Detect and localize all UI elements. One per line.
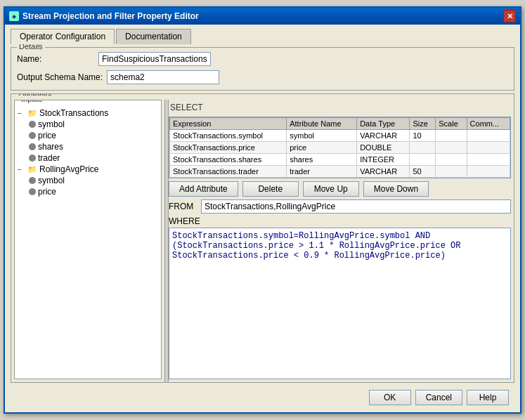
table-cell <box>436 130 467 142</box>
tree-item-symbol-2[interactable]: symbol <box>27 175 158 186</box>
tree-item-symbol-1[interactable]: symbol <box>27 119 158 130</box>
bullet-icon <box>29 155 36 162</box>
table-cell <box>467 142 510 154</box>
tab-operator-configuration[interactable]: Operator Configuration <box>11 29 115 44</box>
expander-stock: − <box>18 110 27 117</box>
table-cell: 50 <box>410 166 436 178</box>
tree-label-trader: trader <box>38 153 60 163</box>
tree-label-stock: StockTransactions <box>39 108 108 118</box>
table-cell: price <box>287 142 357 154</box>
col-scale: Scale <box>436 118 467 130</box>
help-button[interactable]: Help <box>467 390 509 405</box>
from-input[interactable] <box>201 199 511 214</box>
data-table: Expression Attribute Name Data Type Size… <box>169 117 510 178</box>
where-section: WHERE <box>169 216 511 379</box>
table-cell <box>436 166 467 178</box>
tab-documentation[interactable]: Documentation <box>116 29 191 44</box>
table-cell: trader <box>287 166 357 178</box>
main-window: ◈ Stream Projection and Filter Property … <box>4 6 521 414</box>
table-cell <box>467 130 510 142</box>
col-expression: Expression <box>170 118 287 130</box>
tree-label-symbol2: symbol <box>38 176 65 185</box>
table-cell: StockTransactions.trader <box>170 166 287 178</box>
table-cell: INTEGER <box>357 154 410 166</box>
table-row[interactable]: StockTransactions.symbolsymbolVARCHAR10 <box>170 130 510 142</box>
output-schema-input[interactable] <box>107 70 219 84</box>
table-cell <box>410 142 436 154</box>
title-bar-left: ◈ Stream Projection and Filter Property … <box>9 11 199 21</box>
where-label: WHERE <box>169 216 511 226</box>
table-cell: StockTransactions.price <box>170 142 287 154</box>
attributes-label: Attributes <box>17 93 53 97</box>
table-cell: DOUBLE <box>357 142 410 154</box>
col-data-type: Data Type <box>357 118 410 130</box>
table-row[interactable]: StockTransactions.tradertraderVARCHAR50 <box>170 166 510 178</box>
table-cell <box>436 142 467 154</box>
data-table-wrapper: Expression Attribute Name Data Type Size… <box>169 117 511 178</box>
tree-label-price2: price <box>38 187 56 197</box>
where-textarea[interactable] <box>169 228 511 379</box>
footer: OK Cancel Help <box>11 386 514 408</box>
action-buttons: Add Attribute Delete Move Up Move Down <box>169 181 511 197</box>
tree-label-rolling: RollingAvgPrice <box>39 164 99 174</box>
name-label: Name: <box>17 54 94 64</box>
window-body: Operator Configuration Documentation Det… <box>5 25 520 412</box>
move-up-button[interactable]: Move Up <box>303 181 359 197</box>
tree: − 📁 StockTransactions symbol price <box>15 100 161 200</box>
expander-rolling: − <box>18 166 27 173</box>
tree-item-price-1[interactable]: price <box>27 130 158 141</box>
tree-item-trader[interactable]: trader <box>27 152 158 164</box>
table-cell <box>467 166 510 178</box>
table-cell: VARCHAR <box>357 130 410 142</box>
folder-icon-rolling: 📁 <box>27 165 37 174</box>
table-row[interactable]: StockTransactions.pricepriceDOUBLE <box>170 142 510 154</box>
from-label: FROM <box>169 202 197 211</box>
delete-button[interactable]: Delete <box>242 181 299 197</box>
col-comment: Comm... <box>467 118 510 130</box>
table-cell: StockTransactions.symbol <box>170 130 287 142</box>
table-cell: VARCHAR <box>357 166 410 178</box>
close-button[interactable]: ✕ <box>503 10 516 22</box>
tree-label-symbol1: symbol <box>38 119 65 129</box>
details-section: Details Name: Output Schema Name: <box>11 47 514 91</box>
name-input[interactable] <box>98 52 211 66</box>
bullet-icon <box>29 177 36 184</box>
window-title: Stream Projection and Filter Property Ed… <box>22 11 199 21</box>
ok-button[interactable]: OK <box>369 390 411 405</box>
cancel-button[interactable]: Cancel <box>415 390 462 405</box>
window-icon: ◈ <box>9 11 19 21</box>
output-schema-label: Output Schema Name: <box>17 72 103 82</box>
tabs: Operator Configuration Documentation <box>11 29 514 44</box>
name-row: Name: <box>17 52 508 66</box>
select-label: SELECT <box>169 103 511 112</box>
folder-icon-stock: 📁 <box>27 109 37 118</box>
col-attribute-name: Attribute Name <box>287 118 357 130</box>
bullet-icon <box>29 188 36 195</box>
table-cell <box>410 154 436 166</box>
table-cell: symbol <box>287 130 357 142</box>
table-row[interactable]: StockTransactions.sharessharesINTEGER <box>170 154 510 166</box>
table-cell <box>436 154 467 166</box>
tree-item-shares[interactable]: shares <box>27 141 158 152</box>
table-cell: StockTransactions.shares <box>170 154 287 166</box>
move-down-button[interactable]: Move Down <box>363 181 429 197</box>
inputs-label: Inputs <box>19 100 44 103</box>
add-attribute-button[interactable]: Add Attribute <box>169 181 238 197</box>
tree-label-shares: shares <box>38 142 63 152</box>
output-schema-row: Output Schema Name: <box>17 70 508 84</box>
inputs-panel: Inputs − 📁 StockTransactions symbol <box>14 100 162 379</box>
attributes-body: Inputs − 📁 StockTransactions symbol <box>11 100 514 382</box>
table-cell <box>467 154 510 166</box>
tree-item-stock-transactions[interactable]: − 📁 StockTransactions <box>18 107 158 119</box>
tree-label-price1: price <box>38 131 56 140</box>
bullet-icon <box>29 121 36 128</box>
from-row: FROM <box>169 199 511 214</box>
bullet-icon <box>29 132 36 139</box>
tree-item-price-2[interactable]: price <box>27 186 158 197</box>
attributes-section: Attributes Inputs − 📁 StockTransactions <box>11 93 514 383</box>
col-size: Size <box>410 118 436 130</box>
table-cell: shares <box>287 154 357 166</box>
tree-item-rolling-avg[interactable]: − 📁 RollingAvgPrice <box>18 164 158 175</box>
table-cell: 10 <box>410 130 436 142</box>
bullet-icon <box>29 143 36 150</box>
